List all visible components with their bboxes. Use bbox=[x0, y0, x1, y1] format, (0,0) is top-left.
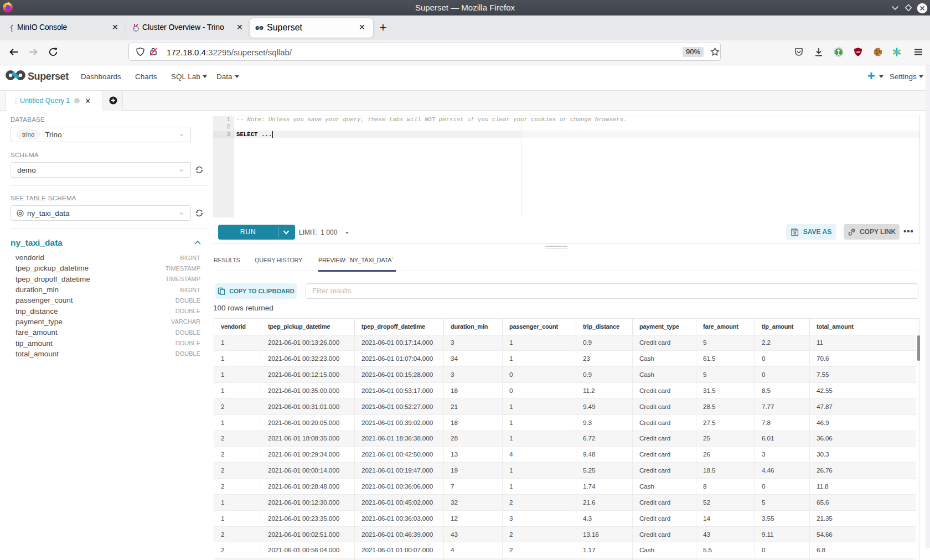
svg-text:uO: uO bbox=[856, 50, 861, 54]
